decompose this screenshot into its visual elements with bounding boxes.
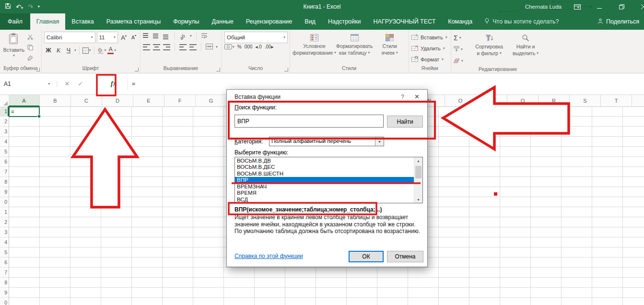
select-all-corner[interactable] xyxy=(0,94,9,107)
enter-entry-icon[interactable]: ✓ xyxy=(74,78,87,90)
undo-icon[interactable]: ↶▾ xyxy=(16,4,23,10)
row-header[interactable]: 6 xyxy=(0,157,9,167)
align-left-icon[interactable] xyxy=(143,44,150,50)
clipboard-dialog-launcher-icon[interactable] xyxy=(36,68,40,71)
row-header[interactable]: 7 xyxy=(0,167,9,177)
row-header[interactable]: 2 xyxy=(0,117,9,127)
chevron-down-icon[interactable]: ▾ xyxy=(48,82,50,86)
cut-icon[interactable] xyxy=(27,34,33,41)
bold-button[interactable]: Ж xyxy=(44,46,53,55)
number-format-select[interactable]: Общий▾ xyxy=(224,32,288,43)
fill-button[interactable]: ▾ xyxy=(454,44,470,54)
insert-cells-button[interactable]: Вставить▾ xyxy=(411,32,449,43)
align-center-icon[interactable] xyxy=(153,44,160,50)
align-right-icon[interactable] xyxy=(163,44,170,50)
column-header[interactable]: E xyxy=(133,94,164,106)
function-list-item[interactable]: ВОСЬМ.В.ДВ xyxy=(235,157,414,164)
row-header[interactable]: 5 xyxy=(0,247,9,258)
row-header[interactable]: 9 xyxy=(0,187,9,197)
insert-function-button[interactable]: fx xyxy=(105,78,123,90)
scroll-up-icon[interactable]: ▲ xyxy=(414,157,422,164)
find-select-button[interactable]: Найти и выделить▾ xyxy=(508,32,543,66)
ribbon-tab[interactable]: Вставка xyxy=(65,13,100,30)
scrollbar-thumb[interactable] xyxy=(415,166,422,178)
user-name[interactable]: Chernata Luda xyxy=(525,4,562,10)
format-cells-button[interactable]: Формат▾ xyxy=(411,54,449,65)
row-header[interactable]: 8 xyxy=(0,278,9,288)
row-header[interactable]: 8 xyxy=(0,177,9,187)
function-list-scrollbar[interactable]: ▲ ▼ xyxy=(414,157,422,203)
align-middle-icon[interactable] xyxy=(153,33,160,39)
decrease-indent-icon[interactable] xyxy=(179,44,187,50)
ribbon-display-options-icon[interactable] xyxy=(571,4,584,10)
column-header[interactable]: G xyxy=(196,94,227,106)
column-header[interactable]: T xyxy=(601,94,632,106)
font-dialog-launcher-icon[interactable] xyxy=(135,68,139,71)
align-bottom-icon[interactable] xyxy=(163,33,170,39)
fill-color-button[interactable]: ▾ xyxy=(97,47,106,54)
sort-filter-button[interactable]: Сортировка и фильтр▾ xyxy=(472,32,506,66)
column-header[interactable]: P xyxy=(476,94,507,106)
row-header[interactable]: 9 xyxy=(0,288,9,298)
column-header[interactable]: Q xyxy=(507,94,539,106)
column-header[interactable]: F xyxy=(164,94,196,106)
function-list-item[interactable]: ВПР xyxy=(235,177,414,184)
row-header[interactable]: 5 xyxy=(0,147,9,157)
borders-button[interactable]: ▾ xyxy=(82,47,91,54)
function-list-item[interactable]: ВРЕМЗНАЧ xyxy=(235,183,414,190)
row-header[interactable]: 0 xyxy=(0,197,9,207)
row-header[interactable]: 3 xyxy=(0,227,9,237)
delete-cells-button[interactable]: Удалить▾ xyxy=(411,43,449,54)
formula-input[interactable]: = xyxy=(132,81,644,87)
comma-style-button[interactable]: 000 xyxy=(245,44,253,49)
shrink-font-button[interactable]: А▾ xyxy=(129,33,138,42)
row-header[interactable]: 1 xyxy=(0,106,9,117)
merge-center-icon[interactable] xyxy=(206,44,213,51)
ribbon-tab[interactable]: Надстройки xyxy=(322,13,367,30)
decrease-decimal-button[interactable]: .00▸ xyxy=(265,44,274,49)
function-list-item[interactable]: ВРЕМЯ xyxy=(235,190,414,197)
row-header[interactable]: 4 xyxy=(0,237,9,247)
dialog-help-icon[interactable]: ? xyxy=(401,94,404,100)
wrap-text-icon[interactable] xyxy=(201,33,208,40)
column-header[interactable]: B xyxy=(40,94,71,106)
row-header[interactable]: 3 xyxy=(0,127,9,137)
ribbon-tab[interactable]: Данные xyxy=(206,13,240,30)
font-size-select[interactable]: 11▾ xyxy=(97,32,118,43)
undo-dropdown-icon[interactable]: ▾ xyxy=(21,6,23,10)
align-top-icon[interactable] xyxy=(143,33,150,39)
tab-file[interactable]: Файл xyxy=(0,13,30,30)
column-header[interactable]: O xyxy=(445,94,476,106)
row-header[interactable]: 2 xyxy=(0,217,9,227)
orientation-icon[interactable]: аб xyxy=(178,31,187,40)
function-list-item[interactable]: ВСД xyxy=(235,196,414,203)
function-help-link[interactable]: Справка по этой функции xyxy=(234,253,303,259)
name-box[interactable]: A1 ▾ xyxy=(0,78,54,90)
accounting-format-button[interactable]: ▾ xyxy=(224,44,234,49)
column-header[interactable]: S xyxy=(570,94,601,106)
increase-indent-icon[interactable] xyxy=(189,44,197,50)
ribbon-tab[interactable]: Формулы xyxy=(167,13,205,30)
scroll-down-icon[interactable]: ▼ xyxy=(414,196,422,203)
close-button[interactable] xyxy=(637,4,644,9)
cancel-entry-icon[interactable]: ✕ xyxy=(60,78,74,90)
autosum-button[interactable]: Σ▾ xyxy=(454,33,470,43)
tell-me-box[interactable]: Что вы хотите сделать? xyxy=(479,13,564,30)
function-search-input[interactable] xyxy=(234,115,384,128)
category-select[interactable]: Полный алфавитный перечень ▼ xyxy=(269,137,384,146)
ok-button[interactable]: ОК xyxy=(349,251,384,262)
column-header[interactable]: A xyxy=(9,94,40,106)
ribbon-tab[interactable]: Рецензирование xyxy=(240,13,299,30)
fill-handle[interactable] xyxy=(37,115,41,118)
row-header[interactable]: 6 xyxy=(0,258,9,268)
alignment-dialog-launcher-icon[interactable] xyxy=(216,68,220,71)
column-header[interactable]: C xyxy=(71,94,102,106)
copy-icon[interactable] xyxy=(27,45,33,52)
share-button[interactable]: Поделиться xyxy=(593,13,644,30)
font-name-select[interactable]: Calibri▾ xyxy=(44,32,95,43)
ribbon-tab[interactable]: Главная xyxy=(30,13,66,30)
active-cell-a1[interactable]: = xyxy=(9,106,40,117)
function-list-item[interactable]: ВОСЬМ.В.ШЕСТН xyxy=(235,170,414,177)
clear-button[interactable]: ▾ xyxy=(454,56,470,66)
increase-decimal-button[interactable]: ◂.0 xyxy=(255,44,261,49)
